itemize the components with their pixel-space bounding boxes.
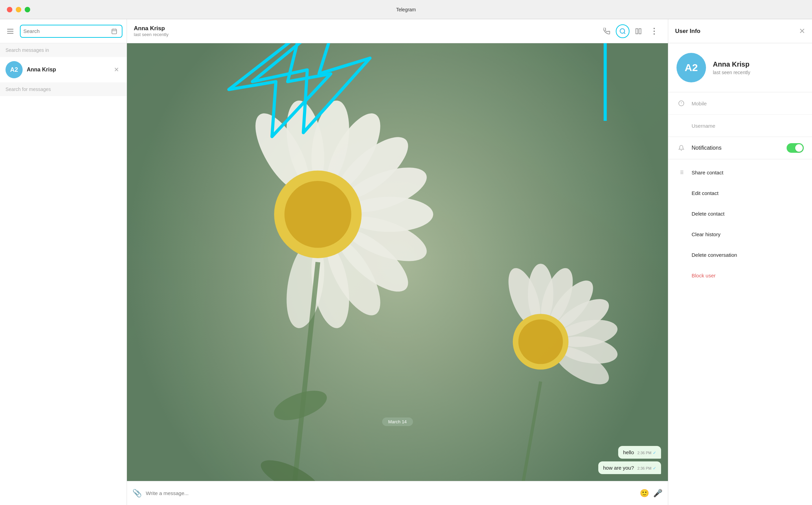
clear-history-label: Clear history bbox=[692, 231, 720, 237]
user-profile-section: A2 Anna Krisp last seen recently bbox=[668, 43, 812, 92]
delete-contact-label: Delete contact bbox=[692, 211, 725, 217]
user-info-panel: User Info ✕ A2 Anna Krisp last seen rece… bbox=[668, 19, 812, 505]
message-bubble-2: how are you? 2:36 PM ✓ bbox=[598, 461, 661, 474]
chat-header-actions bbox=[600, 24, 661, 38]
svg-point-9 bbox=[654, 31, 655, 32]
clear-history-row[interactable]: Clear history bbox=[668, 224, 812, 244]
message-bubble: hello 2:36 PM ✓ bbox=[618, 446, 661, 459]
svg-point-10 bbox=[654, 33, 655, 35]
chat-background: March 14 hello 2:36 PM ✓ how are you? 2:… bbox=[127, 43, 668, 481]
messages-area: hello 2:36 PM ✓ how are you? 2:36 PM ✓ bbox=[598, 446, 661, 481]
search-box[interactable] bbox=[20, 25, 122, 38]
contact-name: Anna Krisp bbox=[27, 67, 107, 73]
contact-avatar: A2 bbox=[5, 61, 23, 78]
message-text-2: how are you? bbox=[603, 465, 634, 471]
delivered-icon: ✓ bbox=[653, 450, 656, 455]
delete-conversation-row[interactable]: Delete conversation bbox=[668, 244, 812, 265]
info-section: Mobile Username bbox=[668, 92, 812, 137]
user-avatar: A2 bbox=[676, 53, 706, 82]
user-profile-name: Anna Krisp bbox=[713, 60, 750, 68]
actions-section: Share contact Edit contact Delete contac… bbox=[668, 159, 812, 288]
search-input[interactable] bbox=[23, 28, 109, 34]
svg-point-25 bbox=[284, 181, 351, 248]
chat-area: Anna Krisp last seen recently bbox=[127, 19, 668, 505]
notifications-toggle[interactable] bbox=[787, 143, 804, 153]
user-profile-status: last seen recently bbox=[713, 70, 750, 75]
chat-header: Anna Krisp last seen recently bbox=[127, 19, 668, 43]
block-user-label: Block user bbox=[692, 273, 716, 278]
phone-button[interactable] bbox=[600, 24, 614, 38]
chat-contact-status: last seen recently bbox=[134, 32, 596, 37]
remove-contact-button[interactable]: ✕ bbox=[111, 65, 121, 74]
search-for-messages-label: Search for messages bbox=[0, 82, 127, 96]
svg-rect-6 bbox=[636, 28, 638, 34]
close-panel-button[interactable]: ✕ bbox=[799, 27, 805, 36]
main-layout: Search messages in A2 Anna Krisp ✕ Searc… bbox=[0, 19, 812, 505]
delete-conv-icon-spacer bbox=[676, 250, 686, 260]
username-icon-spacer bbox=[676, 121, 686, 130]
menu-button[interactable] bbox=[4, 25, 16, 37]
edit-contact-row[interactable]: Edit contact bbox=[668, 183, 812, 203]
share-contact-label: Share contact bbox=[692, 170, 723, 175]
svg-point-8 bbox=[654, 28, 655, 29]
delete-contact-row[interactable]: Delete contact bbox=[668, 203, 812, 224]
search-contact-row[interactable]: A2 Anna Krisp ✕ bbox=[0, 57, 127, 82]
message-meta-2: 2:36 PM ✓ bbox=[637, 466, 656, 471]
delete-icon-spacer bbox=[676, 209, 686, 218]
edit-icon-spacer bbox=[676, 188, 686, 198]
svg-line-5 bbox=[624, 32, 625, 34]
message-text: hello bbox=[623, 449, 634, 455]
block-icon-spacer bbox=[676, 271, 686, 280]
message-input[interactable] bbox=[146, 490, 636, 496]
svg-rect-7 bbox=[639, 28, 641, 34]
chat-input-area: 📎 🙂 🎤 bbox=[127, 481, 668, 505]
user-info-header: User Info ✕ bbox=[668, 19, 812, 43]
app-title: Telegram bbox=[396, 7, 416, 12]
username-row: Username bbox=[668, 115, 812, 137]
message-time-2: 2:36 PM bbox=[637, 466, 651, 470]
minimize-window-button[interactable] bbox=[16, 7, 21, 12]
message-meta: 2:36 PM ✓ bbox=[637, 450, 656, 455]
list-icon bbox=[676, 168, 686, 177]
more-button[interactable] bbox=[647, 24, 661, 38]
attach-button[interactable]: 📎 bbox=[132, 489, 142, 498]
columns-button[interactable] bbox=[632, 24, 645, 38]
bell-icon bbox=[676, 143, 686, 153]
chat-contact-info: Anna Krisp last seen recently bbox=[134, 25, 596, 37]
message-time: 2:36 PM bbox=[637, 451, 651, 455]
titlebar: Telegram bbox=[0, 0, 812, 19]
notifications-row: Notifications bbox=[668, 137, 812, 159]
info-icon bbox=[676, 99, 686, 108]
svg-rect-0 bbox=[112, 29, 117, 34]
emoji-button[interactable]: 🙂 bbox=[640, 489, 649, 498]
user-profile-info: Anna Krisp last seen recently bbox=[713, 60, 750, 75]
svg-point-35 bbox=[518, 319, 563, 364]
sidebar-header bbox=[0, 19, 127, 43]
chat-contact-name: Anna Krisp bbox=[134, 25, 596, 32]
delivered-icon-2: ✓ bbox=[653, 466, 656, 471]
search-button[interactable] bbox=[616, 24, 629, 38]
mobile-row: Mobile bbox=[668, 92, 812, 115]
mic-button[interactable]: 🎤 bbox=[653, 489, 662, 498]
delete-conversation-label: Delete conversation bbox=[692, 252, 737, 258]
panel-title: User Info bbox=[675, 28, 799, 35]
notifications-label: Notifications bbox=[692, 145, 781, 151]
close-window-button[interactable] bbox=[7, 7, 12, 12]
block-user-row[interactable]: Block user bbox=[668, 265, 812, 286]
username-label: Username bbox=[692, 123, 804, 129]
edit-contact-label: Edit contact bbox=[692, 190, 718, 196]
sidebar: Search messages in A2 Anna Krisp ✕ Searc… bbox=[0, 19, 127, 505]
date-label: March 14 bbox=[382, 417, 413, 426]
calendar-button[interactable] bbox=[109, 26, 119, 36]
window-controls[interactable] bbox=[7, 7, 30, 12]
clear-icon-spacer bbox=[676, 229, 686, 239]
search-messages-label: Search messages in bbox=[0, 43, 127, 57]
svg-point-4 bbox=[620, 28, 625, 33]
maximize-window-button[interactable] bbox=[25, 7, 30, 12]
mobile-label: Mobile bbox=[692, 101, 804, 106]
share-contact-row[interactable]: Share contact bbox=[668, 162, 812, 183]
